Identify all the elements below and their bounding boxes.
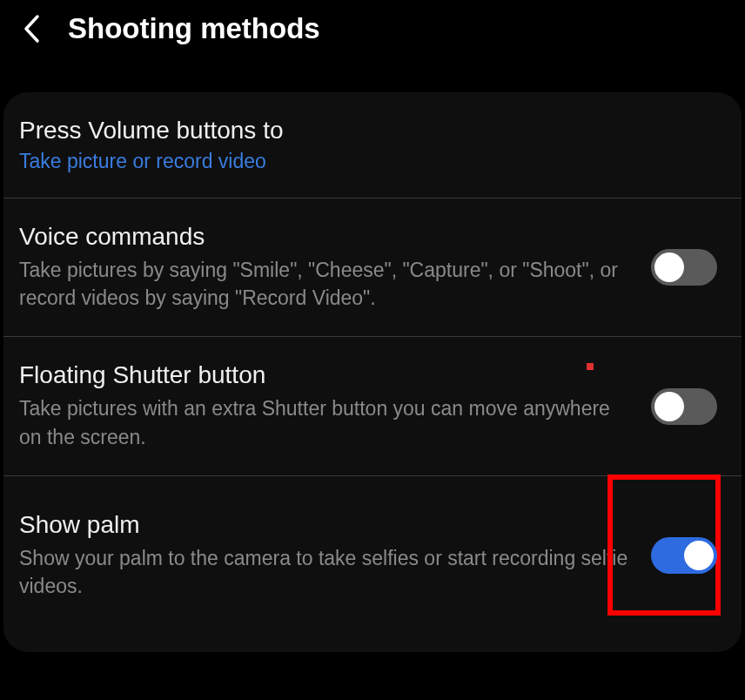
- setting-title: Press Volume buttons to: [19, 117, 700, 145]
- header: Shooting methods: [0, 0, 745, 57]
- show-palm-toggle[interactable]: [651, 537, 717, 574]
- voice-commands-toggle[interactable]: [651, 249, 717, 286]
- settings-panel: Press Volume buttons to Take picture or …: [3, 92, 742, 652]
- setting-value: Take picture or record video: [19, 150, 700, 173]
- voice-commands-setting[interactable]: Voice commands Take pictures by saying "…: [3, 199, 742, 337]
- red-indicator-icon: [587, 363, 594, 370]
- setting-text: Floating Shutter button Take pictures wi…: [19, 361, 651, 450]
- back-icon[interactable]: [19, 13, 44, 44]
- setting-desc: Take pictures with an extra Shutter butt…: [19, 394, 634, 450]
- floating-shutter-toggle[interactable]: [651, 388, 717, 425]
- page-title: Shooting methods: [68, 12, 320, 45]
- toggle-knob: [654, 252, 684, 282]
- setting-text: Show palm Show your palm to the camera t…: [19, 511, 651, 600]
- setting-desc: Show your palm to the camera to take sel…: [19, 544, 634, 600]
- setting-title: Floating Shutter button: [19, 361, 634, 389]
- setting-text: Voice commands Take pictures by saying "…: [19, 223, 651, 312]
- setting-title: Show palm: [19, 511, 634, 539]
- show-palm-setting[interactable]: Show palm Show your palm to the camera t…: [3, 476, 742, 635]
- setting-desc: Take pictures by saying "Smile", "Cheese…: [19, 256, 634, 312]
- toggle-knob: [654, 392, 684, 421]
- floating-shutter-setting[interactable]: Floating Shutter button Take pictures wi…: [3, 337, 742, 475]
- toggle-knob: [684, 541, 714, 570]
- setting-title: Voice commands: [19, 223, 634, 251]
- volume-buttons-setting[interactable]: Press Volume buttons to Take picture or …: [3, 92, 742, 199]
- setting-text: Press Volume buttons to Take picture or …: [19, 117, 717, 173]
